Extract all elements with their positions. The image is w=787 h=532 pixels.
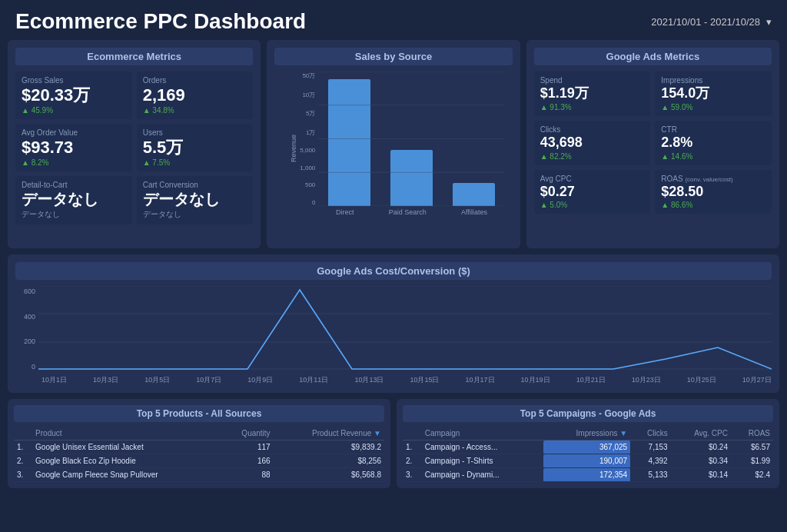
detail-to-cart-sub: データなし — [22, 209, 126, 220]
table-row: 3. Google Camp Fleece Snap Pullover 88 $… — [14, 468, 384, 482]
google-ads-metrics-title: Google Ads Metrics — [534, 48, 772, 65]
detail-to-cart-value: データなし — [22, 191, 126, 208]
bar-label-affiliates: Affiliates — [461, 208, 487, 216]
gross-sales-value: $20.33万 — [22, 86, 126, 105]
avg-order-label: Avg Order Value — [22, 128, 126, 137]
ecommerce-metrics-grid: Gross Sales $20.33万 45.9% Orders 2,169 3… — [15, 71, 253, 224]
cost-conversion-section: Google Ads Cost/Conversion ($) 600 400 2… — [0, 254, 787, 393]
x-label-6: 10月11日 — [299, 375, 328, 385]
cart-conversion-label: Cart Conversion — [143, 181, 247, 189]
users-value: 5.5万 — [143, 138, 247, 157]
top-campaigns-table: Campaign Impressions ▼ Clicks Avg. CPC R… — [403, 427, 773, 482]
line-chart-svg — [38, 286, 772, 371]
cart-conversion-value: データなし — [143, 191, 247, 208]
top-campaigns-title: Top 5 Campaigns - Google Ads — [403, 405, 773, 422]
x-label-12: 10月23日 — [632, 375, 661, 385]
x-label-11: 10月21日 — [576, 375, 606, 385]
bar-chart-gridlines — [318, 71, 504, 206]
orders-label: Orders — [143, 76, 247, 85]
dashboard-header: Ecommerce PPC Dashboard 2021/10/01 - 202… — [0, 0, 787, 40]
x-label-13: 10月25日 — [687, 375, 716, 385]
dashboard-title: Ecommerce PPC Dashboard — [15, 9, 306, 34]
sales-by-source-title: Sales by Source — [274, 48, 512, 65]
orders-value: 2,169 — [143, 86, 247, 105]
orders-change: 34.8% — [143, 106, 247, 115]
avg-order-change: 8.2% — [22, 158, 126, 167]
google-ads-metrics-card: Google Ads Metrics Spend $1.19万 91.3% Im… — [526, 40, 779, 248]
google-ads-metrics-grid: Spend $1.19万 91.3% Impressions 154.0万 59… — [534, 71, 772, 214]
top-products-card: Top 5 Products - All Sources Product Qua… — [8, 399, 390, 488]
impressions-cell: Impressions 154.0万 59.0% — [655, 71, 772, 116]
sales-by-source-card: Sales by Source Revenue 50万 10万 5万 1万 5,… — [267, 40, 520, 248]
x-label-14: 10月27日 — [742, 375, 772, 385]
x-label-9: 10月17日 — [466, 375, 495, 385]
x-label-8: 10月15日 — [410, 375, 439, 385]
gross-sales-label: Gross Sales — [22, 76, 126, 85]
users-change: 7.5% — [143, 158, 247, 167]
x-label-10: 10月19日 — [521, 375, 550, 385]
table-row: 1. Google Unisex Essential Jacket 117 $9… — [14, 441, 384, 454]
users-label: Users — [143, 128, 247, 137]
top-campaigns-card: Top 5 Campaigns - Google Ads Campaign Im… — [397, 399, 779, 488]
cart-conversion-sub: データなし — [143, 209, 247, 220]
main-metrics-grid: Ecommerce Metrics Gross Sales $20.33万 45… — [0, 40, 787, 248]
table-row: 3. Campaign - Dynami... 172,354 5,133 $0… — [403, 468, 773, 482]
cost-conversion-card: Google Ads Cost/Conversion ($) 600 400 2… — [8, 254, 779, 393]
orders-cell: Orders 2,169 34.8% — [137, 71, 254, 119]
detail-to-cart-label: Detail-to-Cart — [22, 181, 126, 189]
ecommerce-metrics-card: Ecommerce Metrics Gross Sales $20.33万 45… — [8, 40, 261, 248]
avg-cpc-cell: Avg CPC $0.27 5.0% — [534, 170, 651, 214]
roas-cell: ROAS (conv. value/cost) $28.50 86.6% — [655, 170, 772, 214]
bottom-tables-grid: Top 5 Products - All Sources Product Qua… — [0, 393, 787, 494]
avg-order-cell: Avg Order Value $93.73 8.2% — [15, 124, 132, 171]
top-products-title: Top 5 Products - All Sources — [14, 405, 384, 422]
spend-cell: Spend $1.19万 91.3% — [534, 71, 651, 116]
detail-to-cart-cell: Detail-to-Cart データなし データなし — [15, 176, 132, 224]
x-label-7: 10月13日 — [354, 375, 384, 385]
gross-sales-change: 45.9% — [22, 106, 126, 115]
gross-sales-cell: Gross Sales $20.33万 45.9% — [15, 71, 132, 119]
top-products-table: Product Quantity Product Revenue ▼ 1. Go… — [14, 427, 384, 482]
cost-conversion-title: Google Ads Cost/Conversion ($) — [15, 262, 772, 280]
bar-label-paid-search: Paid Search — [389, 208, 427, 216]
x-label-4: 10月7日 — [196, 375, 221, 385]
clicks-cell: Clicks 43,698 82.2% — [534, 121, 651, 165]
table-row: 1. Campaign - Access... 367,025 7,153 $0… — [403, 441, 773, 454]
cart-conversion-cell: Cart Conversion データなし データなし — [137, 176, 254, 224]
ecommerce-metrics-title: Ecommerce Metrics — [15, 48, 253, 65]
sales-chart-area: Revenue 50万 10万 5万 1万 5,000 1,000 500 0 — [274, 71, 512, 241]
x-label-5: 10月9日 — [247, 375, 273, 385]
x-label-3: 10月5日 — [144, 375, 170, 385]
avg-order-value: $93.73 — [22, 138, 126, 157]
date-range: 2021/10/01 - 2021/10/28 ▾ — [651, 16, 772, 28]
table-row: 2. Google Black Eco Zip Hoodie 166 $8,25… — [14, 454, 384, 468]
bar-label-direct: Direct — [336, 208, 354, 216]
users-cell: Users 5.5万 7.5% — [137, 124, 254, 171]
x-label-1: 10月1日 — [42, 375, 67, 385]
ctr-cell: CTR 2.8% 14.6% — [655, 121, 772, 165]
table-row: 2. Campaign - T-Shirts 190,007 4,392 $0.… — [403, 454, 773, 468]
x-label-2: 10月3日 — [93, 375, 118, 385]
